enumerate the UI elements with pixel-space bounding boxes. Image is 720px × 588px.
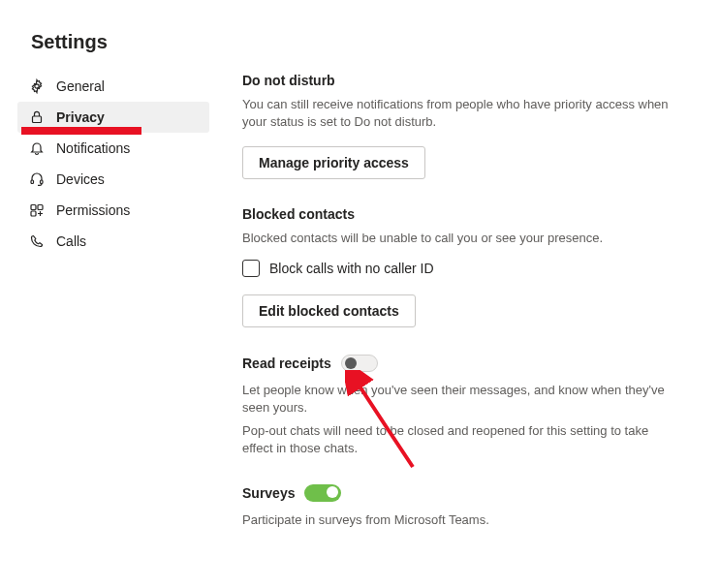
section-title: Surveys: [242, 485, 295, 501]
section-read-receipts: Read receipts Let people know when you'v…: [242, 355, 677, 458]
section-note: Pop-out chats will need to be closed and…: [242, 422, 677, 457]
checkbox-label: Block calls with no caller ID: [269, 261, 434, 276]
svg-rect-3: [41, 180, 44, 184]
section-desc: Blocked contacts will be unable to call …: [242, 230, 677, 247]
toggle-knob-icon: [327, 486, 338, 498]
sidebar-item-calls[interactable]: Calls: [17, 226, 209, 257]
section-title: Do not disturb: [242, 73, 677, 88]
sidebar-item-permissions[interactable]: Permissions: [17, 195, 209, 226]
svg-rect-1: [33, 116, 42, 123]
sidebar-item-label: Permissions: [56, 202, 130, 218]
section-title: Blocked contacts: [242, 206, 677, 222]
section-dnd: Do not disturb You can still receive not…: [242, 73, 677, 179]
section-blocked: Blocked contacts Blocked contacts will b…: [242, 206, 677, 326]
sidebar-item-general[interactable]: General: [17, 71, 209, 102]
headset-icon: [29, 171, 45, 187]
svg-rect-4: [31, 205, 36, 210]
sidebar-item-devices[interactable]: Devices: [17, 164, 209, 195]
read-receipts-toggle[interactable]: [341, 355, 378, 372]
phone-icon: [29, 233, 45, 249]
lock-icon: [29, 109, 45, 125]
svg-rect-6: [31, 211, 36, 216]
section-title: Read receipts: [242, 356, 331, 371]
svg-rect-2: [31, 180, 34, 184]
block-no-callerid-row[interactable]: Block calls with no caller ID: [242, 260, 677, 277]
annotation-underline: [21, 127, 141, 135]
sidebar-item-label: Privacy: [56, 109, 105, 125]
section-desc: Participate in surveys from Microsoft Te…: [242, 511, 677, 529]
section-surveys: Surveys Participate in surveys from Micr…: [242, 484, 677, 529]
edit-blocked-contacts-button[interactable]: Edit blocked contacts: [242, 294, 416, 327]
sidebar-item-label: Devices: [56, 171, 105, 187]
svg-rect-5: [38, 205, 43, 210]
sidebar-item-label: General: [56, 78, 105, 94]
gear-icon: [29, 78, 45, 94]
settings-sidebar: General Privacy Notifications Devices Pe…: [0, 65, 209, 557]
surveys-toggle[interactable]: [304, 484, 341, 502]
grid-icon: [29, 202, 45, 218]
toggle-knob-icon: [345, 357, 357, 369]
sidebar-item-notifications[interactable]: Notifications: [17, 133, 209, 164]
settings-main: Do not disturb You can still receive not…: [209, 65, 720, 557]
checkbox-icon[interactable]: [242, 260, 260, 277]
page-title: Settings: [0, 0, 720, 53]
bell-icon: [29, 140, 45, 156]
section-desc: You can still receive notifications from…: [242, 96, 677, 131]
sidebar-item-label: Calls: [56, 233, 86, 249]
sidebar-item-label: Notifications: [56, 140, 130, 156]
section-desc: Let people know when you've seen their m…: [242, 382, 677, 417]
manage-priority-access-button[interactable]: Manage priority access: [242, 146, 425, 179]
